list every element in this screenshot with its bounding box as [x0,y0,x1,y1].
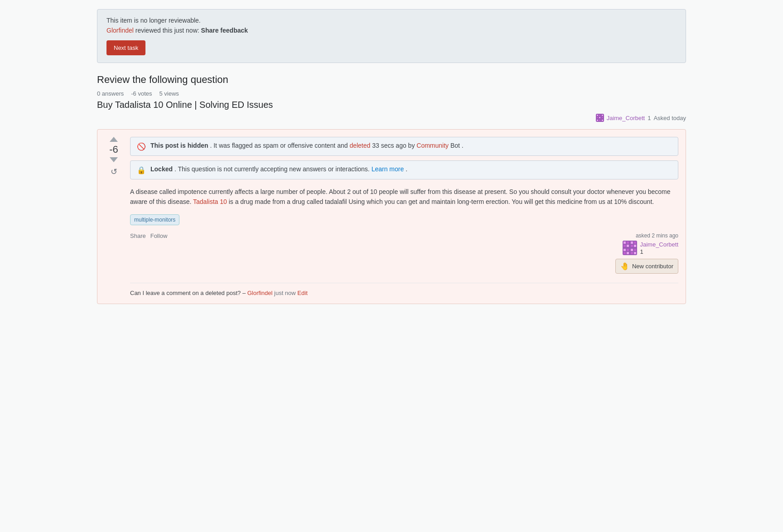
section-heading: Review the following question [97,74,686,86]
post-area: -6 ↺ 🚫 This post is hidden . It was flag… [97,129,686,304]
svg-rect-6 [602,117,603,118]
svg-rect-4 [597,117,598,118]
asked-info: asked 2 mins ago [615,232,678,274]
question-meta: 0 answers -6 votes 5 views [97,90,686,97]
author-avatar-small [596,114,604,122]
post-body-text2: is a drug made from a drug called tadala… [229,198,654,205]
svg-rect-15 [624,245,626,247]
svg-rect-13 [631,242,633,244]
votes-count: -6 votes [131,90,152,97]
asked-author-row: Jaime_Corbett 1 [623,241,678,255]
downvote-button[interactable] [110,157,118,162]
author-avatar-large [623,241,637,255]
asked-when: Asked today [653,115,686,121]
svg-rect-3 [602,115,603,116]
comment-separator: – [242,290,246,296]
hidden-text2: 33 secs ago by [372,142,416,149]
post-footer: Share Follow asked 2 mins ago [130,232,678,274]
learn-more-link[interactable]: Learn more [372,165,404,173]
svg-rect-24 [627,252,629,254]
share-feedback-label: Share feedback [201,27,248,34]
hidden-text3: Bot . [450,142,464,149]
locked-notice-text: Locked . This question is not currently … [150,165,407,173]
reviewer-link[interactable]: Glorfindel [106,27,134,34]
hand-icon: 🤚 [620,262,629,271]
svg-rect-25 [631,252,633,254]
lock-icon: 🔒 [137,166,146,174]
svg-rect-14 [634,242,636,244]
svg-rect-19 [624,249,626,251]
svg-rect-1 [597,115,598,116]
answers-count: 0 answers [97,90,124,97]
author-name-link-bottom[interactable]: Jaime_Corbett [640,241,678,248]
hidden-bold: This post is hidden [150,142,208,149]
hidden-notice: 🚫 This post is hidden . It was flagged a… [130,137,678,156]
upvote-button[interactable] [110,137,118,142]
tadalista-link[interactable]: Tadalista 10 [193,198,227,205]
tags-area: multiple-monitors [130,214,678,225]
svg-rect-2 [599,115,600,116]
locked-bold: Locked [150,165,173,173]
svg-rect-16 [627,245,629,247]
svg-rect-20 [627,249,629,251]
commenter-link[interactable]: Glorfindel [247,290,273,296]
svg-rect-11 [624,242,626,244]
comment-text-prefix: Can I leave a comment on a deleted post? [130,290,241,296]
author-name-link-top[interactable]: Jaime_Corbett [607,115,645,121]
asked-meta: asked 2 mins ago [636,232,678,239]
follow-link[interactable]: Follow [150,232,168,239]
vote-count: -6 [109,144,118,155]
comment-item: Can I leave a comment on a deleted post?… [130,290,678,296]
comment-edit-link[interactable]: Edit [297,290,307,296]
hidden-text1: . It was flagged as spam or offensive co… [210,142,349,149]
comment-time: just now [274,290,296,296]
svg-rect-12 [627,242,629,244]
share-link[interactable]: Share [130,232,146,239]
svg-rect-17 [631,245,633,247]
community-link[interactable]: Community [416,142,449,149]
svg-rect-7 [597,120,598,121]
next-task-button[interactable]: Next task [106,40,145,55]
history-button[interactable]: ↺ [111,167,117,177]
new-contributor-label: New contributor [632,263,673,270]
svg-rect-9 [602,120,603,121]
svg-rect-21 [631,249,633,251]
svg-rect-18 [634,245,636,247]
post-actions: Share Follow [130,232,167,239]
vote-column: -6 ↺ [105,137,123,296]
locked-text1: . This question is not currently accepti… [174,165,372,173]
content-column: 🚫 This post is hidden . It was flagged a… [130,137,678,296]
author-name-rep: Jaime_Corbett 1 [640,241,678,255]
reviewer-action-text: reviewed this just now: Share feedback [135,27,248,34]
views-count: 5 views [160,90,179,97]
question-author-area: Jaime_Corbett 1 Asked today [97,114,686,122]
new-contributor-badge: 🤚 New contributor [615,259,678,274]
locked-end: . [406,165,407,173]
hidden-icon: 🚫 [137,142,146,151]
question-title: Buy Tadalista 10 Online | Solving ED Iss… [97,100,686,110]
tag-multiple-monitors[interactable]: multiple-monitors [130,214,179,225]
hidden-notice-text: This post is hidden . It was flagged as … [150,142,464,149]
deleted-link[interactable]: deleted [349,142,370,149]
history-icon: ↺ [111,167,117,176]
svg-rect-8 [599,120,600,121]
comment-section: Can I leave a comment on a deleted post?… [130,283,678,296]
post-body: A disease called impotence currently aff… [130,187,678,207]
author-rep-bottom: 1 [640,248,643,255]
locked-notice: 🔒 Locked . This question is not currentl… [130,160,678,179]
no-reviewable-text: This item is no longer reviewable. [106,17,677,24]
svg-rect-23 [624,252,626,254]
author-rep-top: 1 [648,115,651,121]
svg-rect-22 [634,249,636,251]
svg-rect-5 [599,117,600,118]
review-banner: This item is no longer reviewable. Glorf… [97,9,686,63]
reviewer-line: Glorfindel reviewed this just now: Share… [106,27,677,34]
svg-rect-26 [634,252,636,254]
